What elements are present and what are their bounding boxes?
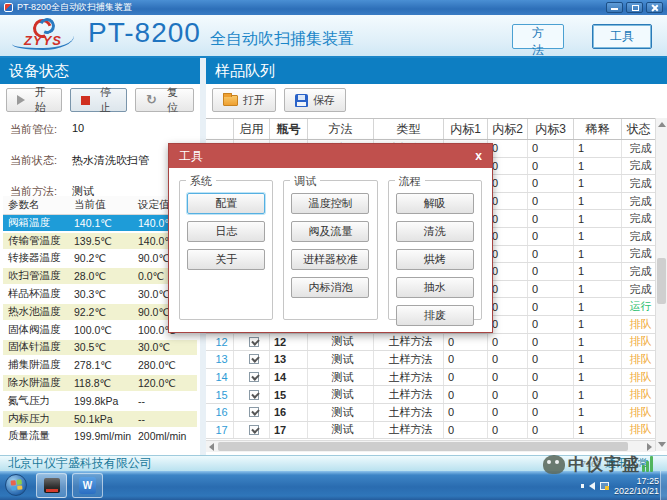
dialog-group-label: 调试 — [290, 174, 320, 189]
network-icon[interactable] — [600, 482, 609, 490]
vscroll-thumb[interactable] — [657, 258, 666, 304]
param-row[interactable]: 质量流量199.9ml/min200ml/min — [3, 429, 197, 445]
queue-cell-status: 完成 — [622, 193, 655, 210]
queue-cell-status: 排队 — [622, 422, 655, 439]
queue-cell-status: 完成 — [622, 246, 655, 263]
w-app-icon: W — [79, 477, 96, 494]
queue-row[interactable]: 1212测试土样方法0001排队 — [206, 334, 655, 352]
queue-cell-is3: 0 — [528, 246, 574, 263]
scroll-up-icon[interactable] — [658, 122, 666, 127]
method-button[interactable]: 方法 — [512, 24, 564, 49]
queue-cell-is2: 0 — [488, 334, 528, 351]
param-row[interactable]: 内标压力50.1kPa-- — [3, 411, 197, 427]
tools-dialog-button[interactable]: 解吸 — [396, 193, 474, 214]
scroll-right-icon[interactable] — [647, 443, 652, 451]
play-icon — [17, 95, 25, 105]
queue-cell-is1: 0 — [444, 369, 488, 386]
tools-dialog-button[interactable]: 排废 — [396, 305, 474, 326]
enable-checkbox[interactable] — [249, 390, 259, 400]
param-set: -- — [133, 395, 197, 407]
product-model: PT-8200 — [88, 17, 201, 49]
queue-cell-method: 测试 — [308, 334, 374, 351]
tools-dialog-button[interactable]: 进样器校准 — [291, 249, 369, 270]
minimize-icon — [611, 8, 618, 10]
queue-cell-is2: 0 — [488, 316, 528, 333]
maximize-button[interactable] — [626, 2, 643, 13]
taskbar-app-w[interactable]: W — [72, 473, 103, 498]
queue-cell-num: 13 — [206, 351, 234, 368]
start-button[interactable] — [5, 474, 27, 496]
stop-button[interactable]: 停止 — [70, 88, 127, 112]
queue-cell-is3: 0 — [528, 228, 574, 245]
param-current: 139.5℃ — [69, 235, 133, 247]
param-name: 固体阀温度 — [3, 323, 69, 337]
enable-checkbox[interactable] — [249, 407, 259, 417]
queue-row[interactable]: 1313测试土样方法0001排队 — [206, 351, 655, 369]
floppy-icon — [295, 94, 308, 107]
start-button[interactable]: 开始 — [6, 88, 62, 112]
app-header: ZYYS PT-8200 全自动吹扫捕集装置 方法 工具 — [0, 15, 667, 58]
horizontal-scrollbar[interactable] — [206, 440, 655, 452]
queue-cell-bottle: 12 — [270, 334, 308, 351]
queue-cell-status: 完成 — [622, 228, 655, 245]
queue-cell-dil: 1 — [574, 228, 622, 245]
param-row[interactable]: 除水阱温度118.8℃120.0℃ — [3, 375, 197, 391]
queue-cell-bottle: 16 — [270, 404, 308, 421]
param-row[interactable]: 氮气压力199.8kPa-- — [3, 393, 197, 409]
queue-cell-num: 12 — [206, 334, 234, 351]
reset-button[interactable]: ↻复位 — [135, 88, 194, 112]
queue-cell-is1: 0 — [444, 351, 488, 368]
queue-row[interactable]: 1515测试土样方法0001排队 — [206, 386, 655, 404]
tools-button[interactable]: 工具 — [592, 24, 652, 49]
tools-dialog-button[interactable]: 配置 — [187, 193, 265, 214]
enable-checkbox[interactable] — [249, 337, 259, 347]
param-current: 140.1℃ — [69, 217, 133, 229]
tools-dialog-button[interactable]: 抽水 — [396, 277, 474, 298]
tools-dialog-button[interactable]: 温度控制 — [291, 193, 369, 214]
queue-cell-status: 排队 — [622, 334, 655, 351]
queue-cell-is3: 0 — [528, 140, 574, 157]
save-button[interactable]: 保存 — [284, 88, 346, 112]
enable-checkbox[interactable] — [249, 425, 259, 435]
param-name: 内标压力 — [3, 412, 69, 426]
queue-cell-type: 土样方法 — [374, 369, 444, 386]
queue-cell-dil: 1 — [574, 316, 622, 333]
queue-cell-dil: 1 — [574, 404, 622, 421]
param-row[interactable]: 捕集阱温度278.1℃280.0℃ — [3, 357, 197, 373]
queue-cell-is1: 0 — [444, 422, 488, 439]
tools-dialog-button[interactable]: 阀及流量 — [291, 221, 369, 242]
speaker-icon[interactable] — [589, 482, 595, 490]
tools-dialog-button[interactable]: 清洗 — [396, 221, 474, 242]
scroll-left-icon[interactable] — [209, 443, 214, 451]
queue-row[interactable]: 1414测试土样方法0001排队 — [206, 369, 655, 387]
scroll-down-icon[interactable] — [658, 442, 666, 447]
tools-dialog-button[interactable]: 日志 — [187, 221, 265, 242]
param-current: 199.9ml/min — [69, 430, 133, 442]
param-name: 阀箱温度 — [3, 216, 69, 230]
show-desktop-button[interactable] — [660, 471, 667, 500]
enable-checkbox[interactable] — [249, 354, 259, 364]
tools-dialog-button[interactable]: 内标消泡 — [291, 277, 369, 298]
dialog-close-button[interactable]: x — [475, 149, 482, 163]
close-button[interactable] — [646, 2, 663, 13]
vertical-scrollbar[interactable] — [655, 118, 667, 451]
tools-dialog-button[interactable]: 烘烤 — [396, 249, 474, 270]
param-row[interactable]: 固体针温度30.5℃30.0℃ — [3, 340, 197, 356]
hscroll-thumb[interactable] — [218, 442, 628, 451]
tools-dialog-button[interactable]: 关于 — [187, 249, 265, 270]
queue-cell-status: 完成 — [622, 263, 655, 280]
queue-cell-enable — [234, 404, 270, 421]
queue-cell-is3: 0 — [528, 263, 574, 280]
windows-flag-icon — [11, 479, 23, 490]
queue-cell-is3: 0 — [528, 316, 574, 333]
minimize-button[interactable] — [606, 2, 623, 13]
taskbar-app-pt8200[interactable] — [36, 473, 67, 498]
queue-row[interactable]: 1616测试土样方法0001排队 — [206, 404, 655, 422]
open-button[interactable]: 打开 — [212, 88, 276, 112]
clock[interactable]: 17:25 2022/10/21 — [614, 476, 659, 496]
queue-cell-is2: 0 — [488, 246, 528, 263]
enable-checkbox[interactable] — [249, 372, 259, 382]
queue-cell-bottle: 15 — [270, 386, 308, 403]
queue-row[interactable]: 1717测试土样方法0001排队 — [206, 422, 655, 440]
param-set: 120.0℃ — [133, 377, 197, 389]
